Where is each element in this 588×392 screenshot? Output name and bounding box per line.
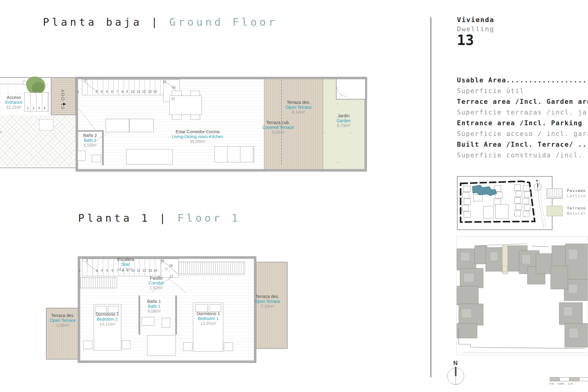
stair-number: 1 [79, 269, 81, 272]
room-name-en: Garden [337, 118, 351, 123]
room-name-en: Covered Terrace [262, 125, 294, 130]
room-label-garden: Jardín Garden 8,79m² [337, 113, 351, 128]
lattice-swatch [547, 188, 563, 199]
stair-direction-icon: ▽ [165, 267, 168, 271]
room-area: 3,08m² [262, 130, 294, 135]
room-name-en: Open Terrace [50, 318, 76, 323]
room-area: 8,79m² [337, 123, 351, 128]
stair-number: 17 [170, 275, 173, 278]
room-label-acceso: Acceso Entrance 12,11m² [5, 95, 22, 110]
chair [172, 91, 182, 96]
site-overview-plan [456, 236, 588, 355]
room-name-en: Bedroom 2 [96, 317, 119, 322]
stair-number: 13 [148, 269, 152, 272]
room-area: 1,92m² [149, 285, 164, 290]
gate-post [23, 81, 26, 85]
site-location-drawing: N [458, 177, 551, 228]
svg-text:N: N [536, 179, 538, 182]
clipped-area-fragment: 0² [0, 130, 2, 135]
scale-label: 0,5m [558, 382, 564, 385]
dwelling-number: 13 [457, 32, 474, 48]
pillow [209, 304, 221, 312]
scale-segment [560, 377, 570, 381]
kitchen-counter [129, 119, 154, 132]
svg-text:N: N [453, 360, 458, 366]
room-name-en: Bedroom 1 [197, 316, 220, 321]
room-label-terrace-left: Terraza des. Open Terrace 3,06m² [50, 313, 76, 328]
wardrobe [179, 262, 245, 274]
area-spec-list: Usable Area.............................… [457, 77, 588, 162]
room-name-es: Jardín [337, 113, 351, 118]
entrance-step-number: 3 [38, 106, 40, 110]
chair [172, 115, 182, 120]
direction-arrow-icon: → [322, 129, 327, 135]
room-name-en: Living-Dining room-Kitchen [172, 134, 223, 139]
area-line-en: Terrace area /Incl. Garden are [457, 98, 588, 109]
bath2-wall [78, 130, 104, 132]
room-name-en: Bath 1 [147, 304, 161, 309]
stair-number: 4 [101, 269, 103, 272]
entrance-step-number: 4 [43, 106, 45, 110]
brochure-page: Planta baja | Ground Floor Planta 1 | Fl… [0, 0, 588, 392]
shower [147, 335, 176, 356]
sofa [214, 146, 254, 162]
chair [190, 91, 200, 96]
entrance-step-number: 2 [32, 106, 34, 110]
north-compass-icon: N [447, 360, 469, 391]
room-name-es: Baño 2 [83, 133, 97, 138]
room-label-bedroom1: Dormitorio 1 Bedroom 1 13,91m² [197, 311, 220, 326]
site-location-map: N [457, 176, 552, 230]
stair-number: 12 [142, 269, 146, 272]
scale-bar: 0 m 0,5m 1 m [550, 377, 588, 386]
scale-segment [579, 377, 588, 381]
stair-number: 7 [116, 90, 118, 93]
nightstand [224, 342, 233, 351]
scale-segment [569, 377, 580, 381]
nightstand [83, 341, 92, 349]
kitchen-appliance [106, 119, 129, 132]
stair-number: 5 [106, 269, 108, 272]
scale-label: 1 m [568, 382, 573, 385]
stair-number: 6 [111, 269, 113, 272]
floor1-title-es: Planta 1 [78, 212, 150, 224]
room-area: 8,14m² [286, 110, 312, 115]
floor1-title: Planta 1 | Floor 1 [78, 212, 241, 224]
scale-segment [550, 377, 560, 381]
room-name-en: Open Terrace [254, 299, 281, 304]
room-name-es: Pasillo [149, 276, 164, 281]
room-name-es: Acceso [5, 95, 22, 100]
room-label-bath1: Baño 1 Bath 1 4,08m² [147, 299, 161, 314]
ground-title-en: Ground Floor [169, 16, 278, 28]
room-area: 4,53m² [83, 143, 97, 148]
stair-number: 5 [106, 90, 108, 93]
room-label-covered-terrace: Terraza cub. Covered Terrace 3,08m² [262, 120, 294, 135]
room-name-es: Estar-Comedor-Cocina [172, 129, 223, 134]
room-area: 3,06m² [50, 323, 76, 328]
scale-label: 0 m [549, 382, 554, 385]
stair-number: 11 [137, 90, 140, 93]
stair-number: 13 [148, 90, 152, 93]
dashed-fixture [39, 119, 53, 130]
room-area: 10,11m² [96, 322, 119, 326]
stair-number: 16 [172, 85, 175, 89]
area-line-es: Superficie acceso / incl. gara [457, 130, 588, 141]
sink [92, 155, 101, 162]
kitchen-island [126, 149, 173, 164]
dwelling-label-es: Vivienda [457, 16, 494, 24]
pillow [195, 304, 208, 312]
legend-label-1: Terreno [567, 206, 586, 210]
toilet [77, 151, 85, 160]
legend-label-1: Pavimen [567, 188, 586, 193]
bath1-wall [175, 296, 177, 335]
stair-number: 3 [96, 269, 98, 272]
bath1-wall [138, 296, 140, 335]
room-area: 4,17m² [117, 267, 134, 272]
direction-arrow-icon: → [349, 129, 354, 135]
area-line-en: Entrance area /Incl. Parking [457, 119, 588, 130]
room-name-en: Open Terrace [286, 105, 312, 110]
room-name-en: Bath 2 [83, 138, 97, 143]
room-name-es: Terraza des. [286, 100, 312, 105]
stair-number: 2 [85, 78, 86, 82]
stair-number: 3 [96, 90, 97, 93]
plant [32, 82, 44, 94]
